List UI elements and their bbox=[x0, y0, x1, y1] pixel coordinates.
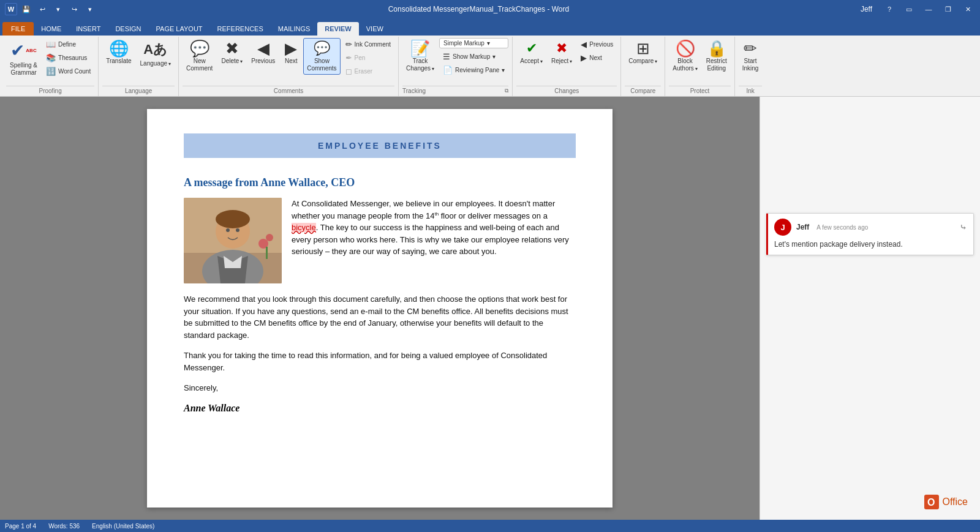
thesaurus-button[interactable]: 📚 Thesaurus bbox=[42, 51, 94, 64]
undo-button[interactable]: ↩ bbox=[36, 3, 49, 15]
comment-box: J Jeff A few seconds ago ⤷ Let's mention… bbox=[766, 213, 974, 255]
language-button[interactable]: Aあ Language▾ bbox=[137, 38, 175, 70]
tracking-expand-icon[interactable]: ⧉ bbox=[505, 88, 508, 94]
document-page: EMPLOYEE BENEFITS A message from Anne Wa… bbox=[147, 109, 612, 508]
ribbon-group-changes: ✔ Accept▾ ✖ Reject▾ ◀ Previous ▶ Next bbox=[513, 37, 621, 96]
start-inking-button[interactable]: ✏ StartInking bbox=[739, 38, 763, 75]
ink-small-buttons: ✏ Ink Comment ✒ Pen ◻ Eraser bbox=[342, 38, 394, 78]
redo-button[interactable]: ↪ bbox=[67, 3, 81, 15]
ink-content: ✏ StartInking bbox=[739, 38, 763, 86]
compare-button[interactable]: ⊞ Compare▾ bbox=[625, 38, 661, 67]
track-changes-label: TrackChanges▾ bbox=[406, 58, 434, 72]
proofing-content: ✔ ABC Spelling &Grammar 📖 Define 📚 Thesa… bbox=[6, 38, 94, 86]
tab-page-layout[interactable]: PAGE LAYOUT bbox=[149, 22, 210, 36]
changes-content: ✔ Accept▾ ✖ Reject▾ ◀ Previous ▶ Next bbox=[516, 38, 617, 86]
svg-rect-9 bbox=[266, 247, 268, 259]
undo-dropdown[interactable]: ▾ bbox=[51, 3, 65, 15]
document-area: EMPLOYEE BENEFITS A message from Anne Wa… bbox=[0, 97, 980, 520]
close-button[interactable]: ✕ bbox=[960, 3, 975, 15]
paragraph-1: At Consolidated Messenger, we believe in… bbox=[292, 198, 576, 275]
status-words: Words: 536 bbox=[48, 523, 80, 530]
reject-icon: ✖ bbox=[556, 40, 567, 56]
tab-insert[interactable]: INSERT bbox=[69, 22, 108, 36]
protect-group-label: Protect bbox=[669, 86, 730, 96]
new-comment-button[interactable]: 💬 NewComment bbox=[183, 38, 216, 75]
show-markup-button[interactable]: ☰ Show Markup ▾ bbox=[439, 50, 508, 63]
ceo-section: At Consolidated Messenger, we believe in… bbox=[184, 198, 576, 283]
restore-button[interactable]: ❐ bbox=[941, 3, 956, 15]
delete-comment-button[interactable]: ✖ Delete▾ bbox=[217, 38, 246, 67]
restrict-editing-label: RestrictEditing bbox=[706, 58, 727, 72]
ribbon-display-button[interactable]: ▭ bbox=[902, 3, 916, 15]
status-page: Page 1 of 4 bbox=[5, 523, 36, 530]
show-markup-icon: ☰ bbox=[443, 52, 450, 61]
comment-author: Jeff bbox=[796, 223, 809, 231]
show-comments-button[interactable]: 💬 ShowComments bbox=[303, 38, 340, 75]
svg-point-8 bbox=[266, 234, 273, 241]
ceo-photo bbox=[184, 198, 282, 283]
simple-markup-button[interactable]: Simple Markup ▾ bbox=[439, 38, 508, 48]
comment-text: Let's mention package delivery instead. bbox=[774, 239, 967, 250]
define-icon: 📖 bbox=[46, 40, 56, 49]
tab-view[interactable]: VIEW bbox=[359, 22, 391, 36]
word-count-button[interactable]: 🔢 Word Count bbox=[42, 65, 94, 78]
reject-label: Reject▾ bbox=[551, 58, 572, 65]
closing-text: Sincerely, bbox=[184, 382, 576, 394]
show-comments-label: ShowComments bbox=[307, 58, 336, 72]
office-logo-text: Office bbox=[943, 496, 968, 508]
define-button[interactable]: 📖 Define bbox=[42, 38, 94, 51]
word-count-label: Word Count bbox=[58, 68, 91, 75]
prev-change-button[interactable]: ◀ Previous bbox=[577, 38, 617, 51]
next-comment-button[interactable]: ▶ Next bbox=[280, 38, 302, 67]
svg-point-4 bbox=[216, 210, 250, 228]
customize-qat-button[interactable]: ▾ bbox=[83, 3, 97, 15]
delete-comment-icon: ✖ bbox=[225, 40, 239, 56]
ribbon-group-tracking: 📝 TrackChanges▾ Simple Markup ▾ ☰ Show M… bbox=[399, 37, 513, 96]
pen-button[interactable]: ✒ Pen bbox=[342, 51, 394, 64]
accept-label: Accept▾ bbox=[520, 58, 543, 65]
comment-reply-icon[interactable]: ⤷ bbox=[960, 222, 967, 232]
save-button[interactable]: 💾 bbox=[20, 3, 33, 15]
word-count-icon: 🔢 bbox=[46, 67, 56, 76]
tracking-group-label: Tracking ⧉ bbox=[402, 86, 508, 96]
protect-content: 🚫 BlockAuthors▾ 🔒 RestrictEditing bbox=[669, 38, 730, 86]
tab-mailings[interactable]: MAILINGS bbox=[271, 22, 318, 36]
translate-button[interactable]: 🌐 Translate bbox=[102, 38, 135, 67]
translate-icon: 🌐 bbox=[109, 40, 129, 56]
accept-button[interactable]: ✔ Accept▾ bbox=[516, 38, 546, 67]
spelling-grammar-button[interactable]: ✔ ABC Spelling &Grammar bbox=[6, 38, 41, 79]
status-language: English (United States) bbox=[92, 523, 154, 530]
show-comments-icon: 💬 bbox=[314, 40, 330, 56]
next-change-icon: ▶ bbox=[581, 53, 587, 62]
minimize-button[interactable]: — bbox=[921, 3, 936, 15]
tab-review[interactable]: REVIEW bbox=[317, 22, 358, 36]
restrict-editing-button[interactable]: 🔒 RestrictEditing bbox=[703, 38, 731, 75]
help-button[interactable]: ? bbox=[882, 3, 897, 15]
tab-references[interactable]: REFERENCES bbox=[210, 22, 271, 36]
eraser-button[interactable]: ◻ Eraser bbox=[342, 65, 394, 78]
tracking-content: 📝 TrackChanges▾ Simple Markup ▾ ☰ Show M… bbox=[402, 38, 508, 86]
reviewing-pane-button[interactable]: 📄 Reviewing Pane ▾ bbox=[439, 64, 508, 77]
start-inking-label: StartInking bbox=[742, 58, 759, 72]
track-changes-button[interactable]: 📝 TrackChanges▾ bbox=[402, 38, 438, 75]
reject-button[interactable]: ✖ Reject▾ bbox=[548, 38, 576, 67]
ribbon-group-protect: 🚫 BlockAuthors▾ 🔒 RestrictEditing Protec… bbox=[665, 37, 734, 96]
svg-point-6 bbox=[236, 228, 239, 232]
new-comment-label: NewComment bbox=[186, 58, 213, 72]
tab-home[interactable]: HOME bbox=[34, 22, 69, 36]
prev-comment-icon: ◀ bbox=[257, 40, 270, 56]
tab-design[interactable]: DESIGN bbox=[108, 22, 148, 36]
compare-icon: ⊞ bbox=[636, 40, 650, 56]
next-change-button[interactable]: ▶ Next bbox=[577, 51, 617, 64]
ribbon-group-ink: ✏ StartInking Ink bbox=[735, 37, 766, 96]
restrict-editing-icon: 🔒 bbox=[707, 40, 726, 56]
reviewing-pane-label: Reviewing Pane bbox=[455, 67, 499, 73]
language-icon: Aあ bbox=[143, 40, 167, 59]
block-authors-icon: 🚫 bbox=[676, 40, 695, 56]
prev-comment-button[interactable]: ◀ Previous bbox=[247, 38, 279, 67]
block-authors-button[interactable]: 🚫 BlockAuthors▾ bbox=[669, 38, 701, 75]
office-logo: O Office bbox=[923, 493, 968, 511]
ink-comment-button[interactable]: ✏ Ink Comment bbox=[342, 38, 394, 51]
ribbon-tabs: FILE HOME INSERT DESIGN PAGE LAYOUT REFE… bbox=[0, 18, 980, 36]
tab-file[interactable]: FILE bbox=[2, 22, 34, 36]
